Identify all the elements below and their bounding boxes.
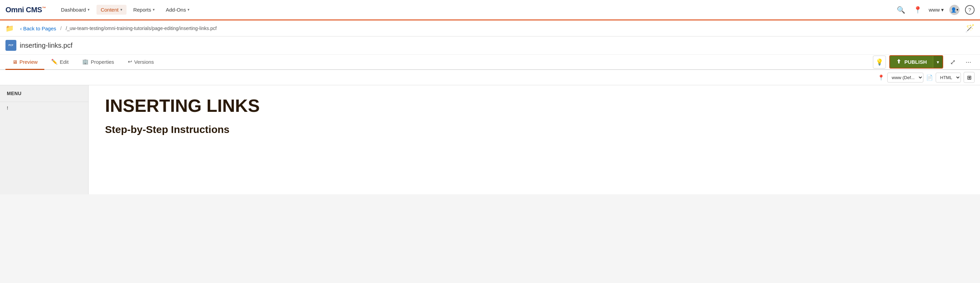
pin-icon[interactable]: 📍 <box>912 5 923 15</box>
history-icon: ↩ <box>128 59 132 65</box>
tab-properties[interactable]: 🏢 Properties <box>75 54 121 70</box>
help-icon[interactable]: ? <box>965 5 975 15</box>
chevron-down-icon: ▾ <box>88 8 90 12</box>
breadcrumb-bar: 📁 ‹ Back to Pages / /_uw-team-testing/om… <box>0 21 980 37</box>
chevron-down-icon: ▾ <box>937 59 939 65</box>
main-content: INSERTING LINKS Step-by-Step Instruction… <box>89 85 980 194</box>
more-icon: ··· <box>966 58 972 65</box>
file-title-bar: PCF inserting-links.pcf <box>0 37 980 54</box>
content-area: MENU ! INSERTING LINKS Step-by-Step Inst… <box>0 85 980 194</box>
lightbulb-button[interactable]: 💡 <box>873 56 886 68</box>
chevron-down-icon: ▾ <box>941 7 944 13</box>
breadcrumb-separator: / <box>60 25 62 31</box>
back-chevron-icon: ‹ <box>20 25 22 31</box>
nav-item-reports[interactable]: Reports ▾ <box>129 5 159 15</box>
page-subheading: Step-by-Step Instructions <box>105 124 964 135</box>
chevron-down-icon: ▾ <box>956 8 958 11</box>
lightbulb-icon: 💡 <box>876 58 883 66</box>
nav-item-addons[interactable]: Add-Ons ▾ <box>162 5 194 15</box>
nav-item-dashboard[interactable]: Dashboard ▾ <box>57 5 94 15</box>
back-to-pages-link[interactable]: ‹ Back to Pages <box>20 25 56 31</box>
breadcrumb-path: /_uw-team-testing/omni-training-tutorial… <box>66 25 217 31</box>
chevron-down-icon: ▾ <box>153 8 155 12</box>
pencil-icon: ✏️ <box>51 59 57 65</box>
menu-item: ! <box>0 102 88 114</box>
www-dropdown[interactable]: www (Def... <box>887 73 923 83</box>
page-icon: 📄 <box>926 74 933 81</box>
page-sidebar: MENU ! <box>0 85 89 194</box>
logo-text: Omni CMS™ <box>5 5 46 14</box>
tab-preview[interactable]: 🖥 Preview <box>5 55 45 70</box>
pcf-file-icon: PCF <box>5 40 16 51</box>
tabs-right-actions: 💡 PUBLISH ▾ ⤢ ··· <box>873 55 975 68</box>
page-heading: INSERTING LINKS <box>105 96 964 116</box>
folder-icon[interactable]: 📁 <box>5 24 14 32</box>
top-navigation: Omni CMS™ Dashboard ▾ Content ▾ Reports … <box>0 0 980 21</box>
grid-icon: ⊞ <box>967 74 972 81</box>
monitor-icon: 🖥 <box>12 59 18 65</box>
chevron-down-icon: ▾ <box>188 8 189 12</box>
expand-icon: ⤢ <box>950 58 956 66</box>
building-icon: 🏢 <box>82 59 89 65</box>
responsive-view-button[interactable]: ⊞ <box>964 72 975 83</box>
search-icon[interactable]: 🔍 <box>896 5 907 15</box>
publish-button-group: PUBLISH ▾ <box>889 55 943 68</box>
logo[interactable]: Omni CMS™ <box>5 5 46 14</box>
magic-wand-icon[interactable]: 🪄 <box>965 24 975 32</box>
nav-right-controls: 🔍 📍 www ▾ 👤 ▾ ? <box>896 5 975 15</box>
location-pin-icon: 📍 <box>878 74 885 81</box>
tab-versions[interactable]: ↩ Versions <box>121 54 161 70</box>
breadcrumb-right-actions: 🪄 <box>965 24 975 33</box>
publish-icon <box>896 59 902 65</box>
www-selector[interactable]: www ▾ <box>929 7 944 13</box>
menu-header: MENU <box>0 85 88 102</box>
expand-button[interactable]: ⤢ <box>947 56 959 68</box>
chevron-down-icon: ▾ <box>120 8 123 12</box>
sub-toolbar: 📍 www (Def... 📄 HTML ⊞ <box>0 70 980 85</box>
nav-item-content[interactable]: Content ▾ <box>97 5 127 15</box>
publish-dropdown-button[interactable]: ▾ <box>933 56 942 68</box>
tabs-bar: 🖥 Preview ✏️ Edit 🏢 Properties ↩ Version… <box>0 54 980 70</box>
more-options-button[interactable]: ··· <box>962 56 975 68</box>
file-name: inserting-links.pcf <box>20 41 73 49</box>
user-avatar[interactable]: 👤 ▾ <box>949 5 959 15</box>
publish-button[interactable]: PUBLISH <box>890 56 933 68</box>
format-dropdown[interactable]: HTML <box>935 73 961 83</box>
tab-edit[interactable]: ✏️ Edit <box>45 54 75 70</box>
